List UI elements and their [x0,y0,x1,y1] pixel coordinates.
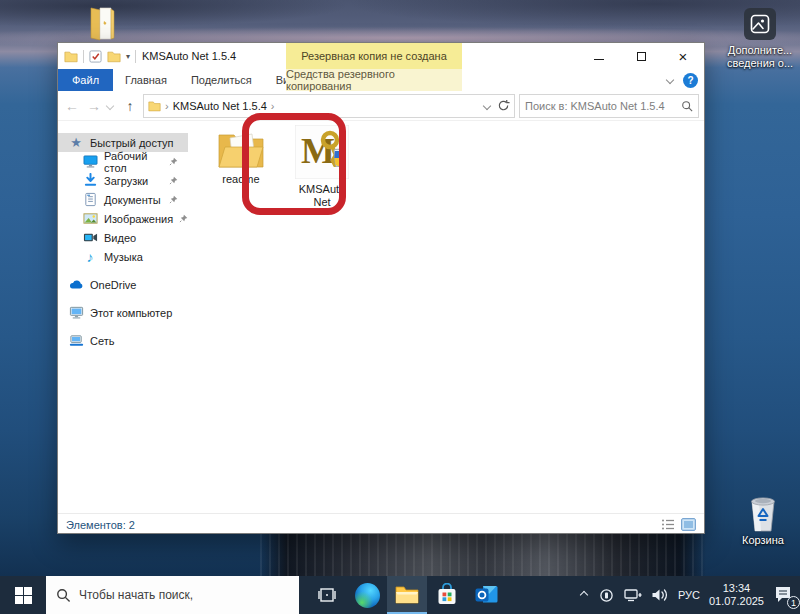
outlook-icon [475,584,499,606]
pin-icon [169,156,178,168]
tray-expand-icon[interactable] [580,591,588,599]
music-icon: ♪ [82,249,98,265]
network-tray-icon[interactable] [624,587,642,603]
help-button[interactable]: ? [683,73,698,88]
clock-date: 01.07.2025 [709,595,764,608]
breadcrumb[interactable]: KMSAuto Net 1.5.4 [173,100,267,112]
file-label: KMSAuto Net [290,183,354,209]
sidebar-item-onedrive[interactable]: OneDrive [58,275,188,294]
thumbnail-view-button[interactable] [681,518,696,531]
svg-text:M: M [301,131,335,171]
clock[interactable]: 13:34 01.07.2025 [709,582,764,608]
menu-file[interactable]: Файл [58,69,113,91]
desktop-icon [82,154,98,170]
volume-tray-icon[interactable] [651,587,669,603]
wallpaper-pier [260,531,706,576]
file-kmsauto-net[interactable]: M KMSAuto Net [282,125,362,209]
explorer-search-box[interactable] [519,94,699,118]
sidebar-item-documents[interactable]: Документы [58,190,188,209]
explorer-window-icon [64,50,78,63]
details-view-button[interactable] [661,518,675,531]
refresh-icon[interactable] [497,99,510,112]
downloads-icon [82,173,98,189]
pin-icon [179,213,188,225]
caption-buttons: × [578,43,704,69]
documents-icon [82,192,98,208]
pin-icon [169,175,178,187]
file-readme[interactable]: readme [208,129,274,186]
photo-file-icon [744,8,776,40]
back-button[interactable]: ← [63,99,81,113]
close-button[interactable]: × [662,43,704,69]
action-center-button[interactable]: 1 [773,584,795,606]
network-icon [68,333,84,349]
menu-share[interactable]: Поделиться [179,69,264,91]
address-path-box[interactable]: › KMSAuto Net 1.5.4 › [143,94,515,118]
navigation-pane: ★ Быстрый доступ Рабочий стол Загрузки [58,121,188,513]
menu-backup-tools[interactable]: Средства резервного копирования [286,69,462,91]
explorer-window: ▾ KMSAuto Net 1.5.4 Резервная копия не с… [57,42,705,534]
pictures-icon [82,211,98,227]
store-icon [436,583,458,607]
desktop-photo-file[interactable]: Дополните... сведения о... [716,8,800,70]
up-button[interactable]: ↑ [121,99,139,113]
sidebar-item-music[interactable]: ♪ Музыка [58,247,188,266]
taskbar-search-box[interactable] [46,576,299,614]
search-icon [56,588,71,603]
new-folder-icon[interactable] [107,50,121,63]
sidebar-item-videos[interactable]: Видео [58,228,188,247]
taskbar: РУС 13:34 01.07.2025 1 [0,576,800,614]
task-view-button[interactable] [307,576,347,614]
language-indicator[interactable]: РУС [678,589,700,601]
clock-time: 13:34 [709,582,764,595]
recycle-bin-label: Корзина [727,534,799,547]
file-explorer-icon [395,585,419,605]
windows-logo-icon [15,587,32,604]
forward-button[interactable]: → [85,99,103,113]
sidebar-item-desktop[interactable]: Рабочий стол [58,152,188,171]
sidebar-item-pictures[interactable]: Изображения [58,209,188,228]
photo-file-label: Дополните... сведения о... [716,44,800,70]
recycle-bin-icon [745,494,781,534]
window-title: KMSAuto Net 1.5.4 [142,50,236,62]
edge-icon [355,583,380,608]
system-tray: РУС 13:34 01.07.2025 1 [581,576,795,614]
address-bar: ← → ↑ › KMSAuto Net 1.5.4 › [58,91,704,121]
menu-home[interactable]: Главная [113,69,179,91]
folder-icon [217,129,265,169]
address-folder-icon [148,100,161,112]
title-bar[interactable]: ▾ KMSAuto Net 1.5.4 Резервная копия не с… [58,43,704,69]
file-label: readme [208,173,274,186]
taskbar-search-input[interactable] [79,588,289,602]
edge-button[interactable] [347,576,387,614]
videos-icon [82,230,98,246]
properties-icon[interactable] [89,50,102,63]
address-dropdown-icon[interactable] [483,101,491,109]
explorer-search-input[interactable] [525,100,681,112]
sidebar-item-downloads[interactable]: Загрузки [58,171,188,190]
file-list-area[interactable]: readme M KMSAuto Net [188,121,704,513]
file-explorer-button[interactable] [387,576,427,614]
maximize-button[interactable] [620,43,662,69]
ribbon-collapse-icon[interactable] [666,76,674,84]
status-bar: Элементов: 2 [58,513,704,535]
toolbar-separator [135,50,136,63]
onedrive-cloud-icon [68,277,84,293]
start-button[interactable] [0,576,46,614]
backup-banner-tab[interactable]: Резервная копия не создана [286,43,462,69]
sidebar-item-network[interactable]: Сеть [58,331,188,350]
device-tray-icon[interactable] [598,587,615,604]
minimize-button[interactable] [578,43,620,69]
recycle-bin[interactable]: Корзина [727,494,799,547]
open-folder-icon [84,5,118,42]
sidebar-item-this-pc[interactable]: Этот компьютер [58,303,188,322]
desktop-folder-icon[interactable] [84,5,118,46]
outlook-button[interactable] [467,576,507,614]
store-button[interactable] [427,576,467,614]
pin-icon [169,194,178,206]
recent-locations-icon[interactable] [106,101,114,109]
task-view-icon [318,587,336,603]
computer-icon [68,305,84,321]
notification-badge: 1 [787,596,800,609]
qat-customize-icon[interactable]: ▾ [126,52,130,61]
